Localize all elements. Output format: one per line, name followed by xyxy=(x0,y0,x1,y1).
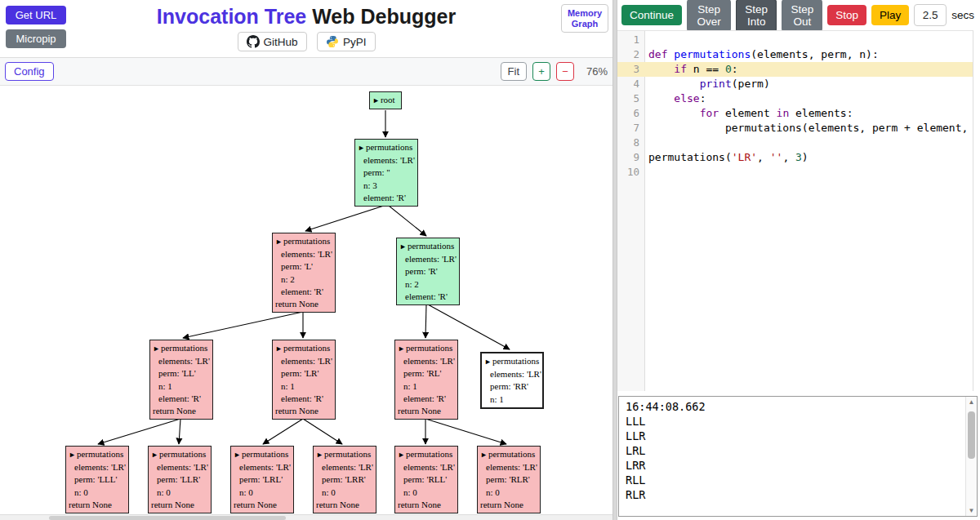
horizontal-scrollbar[interactable] xyxy=(0,514,612,520)
continue-button[interactable]: Continue xyxy=(621,5,682,25)
tree-node: ►permutationselements: 'LR'perm: 'L'n: 2… xyxy=(272,233,336,313)
app-root: Get URL Micropip Invocation Tree Web Deb… xyxy=(0,0,980,520)
tree-edge xyxy=(183,312,303,338)
tree-node-title: ►permutations xyxy=(358,141,415,154)
tree-node-field: perm: 'LLL' xyxy=(69,473,126,486)
line-number: 1 xyxy=(617,33,645,47)
tree-node-field: elements: 'LR' xyxy=(275,248,332,260)
code-editor[interactable]: 12def permutations(elements, perm, n):3 … xyxy=(617,30,973,391)
tree-node: ►permutationselements: 'LR'perm: 'LR'n: … xyxy=(272,340,336,420)
tree-edge xyxy=(389,206,426,236)
code-text: def permutations(elements, perm, n): xyxy=(645,47,973,62)
tree-node: ►permutationselements: 'LR'perm: 'LRR'n:… xyxy=(313,446,376,513)
step-over-button[interactable]: Step Over xyxy=(687,0,731,32)
console-line: LRR xyxy=(626,458,964,473)
tree-node-field: element: 'R' xyxy=(275,286,332,298)
call-arrow-icon: ► xyxy=(275,238,283,246)
tree-node-field: perm: '' xyxy=(358,167,415,179)
code-text xyxy=(645,165,973,180)
line-number: 9 xyxy=(617,150,645,165)
call-arrow-icon: ► xyxy=(372,96,380,104)
console-line: RLR xyxy=(626,487,964,502)
tree-edge xyxy=(98,419,180,444)
console-scrollbar[interactable]: ▲ ▼ xyxy=(965,397,977,516)
code-text xyxy=(645,136,973,150)
tree-node: ►permutationselements: 'LR'perm: 'RLR'n:… xyxy=(477,446,541,513)
code-text xyxy=(645,33,973,47)
tree-node-title: ►permutations xyxy=(153,342,210,355)
tree-node: ►permutationselements: 'LR'perm: 'RLL'n:… xyxy=(394,446,458,513)
stop-button[interactable]: Stop xyxy=(827,5,866,25)
tree-edge xyxy=(303,419,342,444)
zoom-in-button[interactable]: + xyxy=(532,62,550,81)
zoom-out-button[interactable]: − xyxy=(556,62,574,81)
fit-button[interactable]: Fit xyxy=(501,62,527,81)
tree-node-field: element: 'R' xyxy=(398,393,455,405)
pypi-icon xyxy=(326,35,339,48)
tree-canvas[interactable]: ►root►permutationselements: 'LR'perm: ''… xyxy=(0,87,612,514)
console-scrollbar-thumb[interactable] xyxy=(968,411,975,459)
tree-node-field: n: 0 xyxy=(398,487,455,499)
tree-node-title: ►permutations xyxy=(484,355,540,368)
github-button[interactable]: GitHub xyxy=(238,32,307,51)
pypi-button[interactable]: PyPI xyxy=(317,32,376,51)
tree-node-return: return None xyxy=(151,499,208,511)
tree-node-title: ►permutations xyxy=(275,235,332,248)
tree-node-field: perm: 'LRR' xyxy=(316,473,373,486)
line-number: 10 xyxy=(617,165,645,180)
tree-node: ►permutationselements: 'LR'perm: ''n: 3e… xyxy=(354,139,418,207)
tree-node: ►permutationselements: 'LR'perm: 'RL'n: … xyxy=(394,340,458,420)
line-number: 8 xyxy=(617,136,645,150)
tree-node-field: perm: 'L' xyxy=(275,260,332,273)
config-toolbar: Config Fit + − 76% xyxy=(0,58,612,86)
tree-node-field: elements: 'LR' xyxy=(480,461,537,473)
page-title: Invocation Tree Web Debugger xyxy=(0,5,612,29)
config-button[interactable]: Config xyxy=(5,62,54,81)
code-lines: 12def permutations(elements, perm, n):3 … xyxy=(617,33,973,180)
tree-node-field: n: 0 xyxy=(151,487,208,499)
code-line: 8 xyxy=(617,136,973,150)
tree-edge xyxy=(425,304,426,338)
code-line: 3 if n == 0: xyxy=(617,62,973,77)
github-label: GitHub xyxy=(264,36,298,48)
tree-node-field: perm: 'LL' xyxy=(153,367,210,380)
tree-node-field: perm: 'RR' xyxy=(484,380,540,393)
scroll-up-icon[interactable]: ▲ xyxy=(966,398,977,406)
step-out-button[interactable]: Step Out xyxy=(782,0,822,32)
console-line: 16:44:08.662 xyxy=(626,399,964,414)
tree-node-field: n: 1 xyxy=(484,393,540,406)
external-links: GitHub PyPI xyxy=(0,32,612,51)
title-rest: Web Debugger xyxy=(306,5,456,28)
tree-node-return: return None xyxy=(275,405,332,417)
play-button[interactable]: Play xyxy=(871,5,909,25)
tree-node-field: perm: 'R' xyxy=(399,265,457,278)
delay-input[interactable] xyxy=(914,4,947,26)
tree-node-field: n: 0 xyxy=(316,487,373,499)
scroll-down-icon[interactable]: ▼ xyxy=(966,507,977,514)
code-text: print(perm) xyxy=(645,77,973,91)
code-line: 7 permutations(elements, perm + element,… xyxy=(617,121,973,136)
tree-node-return: return None xyxy=(480,499,537,511)
code-text: if n == 0: xyxy=(645,62,973,77)
tree-node-field: element: 'R' xyxy=(275,393,332,405)
code-line: 4 print(perm) xyxy=(617,77,973,91)
tree-node-return: return None xyxy=(234,499,291,511)
tree-node-return: return None xyxy=(69,499,126,511)
tree-node-field: n: 1 xyxy=(153,380,210,393)
tree-node: ►root xyxy=(369,91,402,109)
console-output[interactable]: 16:44:08.662LLLLLRLRLLRRRLLRLR ▲ ▼ xyxy=(618,396,978,517)
zoom-level: 76% xyxy=(580,65,608,78)
tree-node-field: element: 'R' xyxy=(358,192,415,204)
tree-node-field: n: 0 xyxy=(69,487,126,499)
code-text: else: xyxy=(645,91,973,106)
tree-node-field: elements: 'LR' xyxy=(484,368,540,380)
call-arrow-icon: ► xyxy=(275,344,283,353)
title-accent: Invocation Tree xyxy=(157,5,306,28)
call-arrow-icon: ► xyxy=(234,451,241,459)
tree-node-title: ►permutations xyxy=(275,342,332,355)
horizontal-scrollbar-thumb[interactable] xyxy=(49,516,286,520)
memory-graph-button[interactable]: Memory Graph xyxy=(561,4,608,33)
line-number: 4 xyxy=(617,77,645,91)
step-into-button[interactable]: Step Into xyxy=(736,0,777,32)
tree-node-title: ►permutations xyxy=(234,448,291,461)
